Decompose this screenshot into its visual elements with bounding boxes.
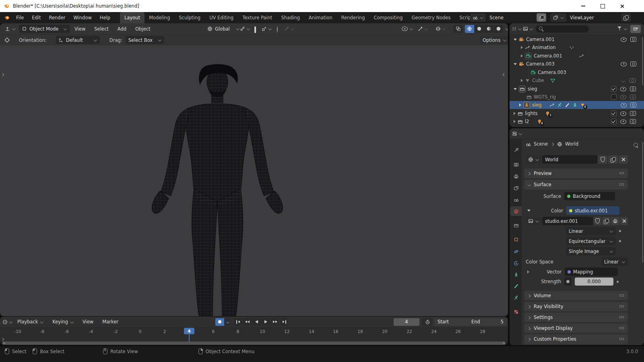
orientation-setting-dropdown[interactable]: Default xyxy=(56,36,100,44)
vector-expand-icon[interactable] xyxy=(527,270,529,274)
overlays-dropdown[interactable] xyxy=(436,26,446,31)
maximize-button[interactable] xyxy=(593,0,612,12)
strength-value-field[interactable]: 0.000 xyxy=(575,278,613,286)
hide-eye-icon[interactable] xyxy=(620,111,626,116)
color-expand-icon[interactable] xyxy=(527,210,530,212)
snap-magnet-icon[interactable] xyxy=(254,27,256,32)
menu-help[interactable]: Help xyxy=(96,12,114,23)
panel-volume[interactable]: Volume xyxy=(524,291,628,300)
tab-object[interactable] xyxy=(510,234,522,244)
tab-sculpting[interactable]: Sculpting xyxy=(174,12,205,23)
collapse-icon[interactable] xyxy=(514,88,517,90)
render-visibility-icon[interactable] xyxy=(630,119,636,124)
tab-shading[interactable]: Shading xyxy=(277,12,304,23)
close-button[interactable] xyxy=(613,0,631,12)
shading-solid-button[interactable] xyxy=(475,25,484,33)
play-button[interactable] xyxy=(262,318,270,326)
render-visibility-icon[interactable] xyxy=(630,62,636,66)
panel-viewport-display[interactable]: Viewport Display xyxy=(524,323,628,333)
tab-output[interactable] xyxy=(510,171,522,181)
image-unlink-button[interactable] xyxy=(620,217,628,225)
animate-dot-icon[interactable] xyxy=(617,281,619,283)
panel-ray-visibility[interactable]: Ray Visibility xyxy=(524,302,628,311)
image-copy-button[interactable] xyxy=(602,217,610,225)
tab-modeling[interactable]: Modeling xyxy=(144,12,174,23)
hide-eye-icon[interactable] xyxy=(620,87,626,91)
world-fake-user-button[interactable] xyxy=(598,155,607,164)
panel-surface[interactable]: Surface xyxy=(524,180,628,189)
menu-object[interactable]: Object xyxy=(131,23,154,34)
transform-orientation-dropdown[interactable]: Global xyxy=(204,25,242,33)
viewport-canvas[interactable] xyxy=(0,45,508,316)
tab-geometry-nodes[interactable]: Geometry Nodes xyxy=(407,12,455,23)
tab-bone[interactable] xyxy=(510,281,522,291)
render-disabled-icon[interactable] xyxy=(630,78,636,83)
image-fake-user-button[interactable] xyxy=(594,217,601,225)
tab-physics[interactable] xyxy=(510,247,522,256)
tab-texture-paint[interactable]: Texture Paint xyxy=(238,12,277,23)
outliner-row-sieg-collection[interactable]: sieg xyxy=(510,85,644,93)
shading-dropdown[interactable] xyxy=(505,27,508,31)
snap-with-dropdown[interactable] xyxy=(262,26,272,31)
toolbar-expand-icon[interactable] xyxy=(1,73,4,76)
drag-handle-icon[interactable] xyxy=(619,294,625,297)
expand-icon[interactable] xyxy=(519,103,521,107)
color-link-button[interactable]: studio.exr.001 xyxy=(566,206,619,215)
drag-handle-icon[interactable] xyxy=(619,183,625,186)
world-copy-button[interactable] xyxy=(608,155,618,164)
interpolation-dropdown[interactable]: Linear xyxy=(566,227,616,235)
outliner-display-mode-dropdown[interactable] xyxy=(512,26,522,31)
scene-selector-icon[interactable] xyxy=(470,13,486,22)
hidden-eye-icon[interactable] xyxy=(621,79,626,82)
tab-world[interactable] xyxy=(510,206,522,216)
menu-view[interactable]: View xyxy=(70,23,89,34)
outliner-row-camera001[interactable]: Camera.001 xyxy=(510,35,644,43)
tab-rendering[interactable]: Rendering xyxy=(337,12,369,23)
drag-handle-icon[interactable] xyxy=(619,327,625,330)
timeline-editor-type-button[interactable] xyxy=(2,319,12,325)
tab-scene[interactable] xyxy=(510,195,522,204)
viewlayer-selector-icon[interactable] xyxy=(551,13,566,22)
row-label[interactable]: Camera.003 xyxy=(538,70,566,75)
image-pack-button[interactable] xyxy=(611,217,619,225)
row-label[interactable]: Animation xyxy=(532,45,556,50)
blender-menu-icon[interactable] xyxy=(4,14,10,21)
strength-socket-button[interactable] xyxy=(564,278,572,286)
panel-preview[interactable]: Preview xyxy=(524,169,628,178)
shading-wireframe-button[interactable] xyxy=(465,25,474,33)
outliner-scrollbar[interactable] xyxy=(642,37,643,85)
tab-view-layer[interactable] xyxy=(510,183,522,193)
menu-keying[interactable]: Keying xyxy=(48,317,78,327)
properties-scrollbar[interactable] xyxy=(642,142,643,263)
timeline-ruler[interactable]: -10 -8 -6 -4 -2 0 2 4 6 8 10 12 14 16 18… xyxy=(0,327,508,337)
new-collection-button[interactable] xyxy=(630,25,641,33)
timeline-channel-band[interactable] xyxy=(0,336,508,341)
row-label[interactable]: l2 xyxy=(525,119,529,124)
drag-handle-icon[interactable] xyxy=(619,172,625,175)
animate-dot-icon[interactable] xyxy=(619,240,621,242)
tab-collection[interactable] xyxy=(510,220,522,230)
row-label[interactable]: lights xyxy=(525,111,537,116)
pin-icon[interactable] xyxy=(634,143,638,147)
playhead-frame-label[interactable]: 4 xyxy=(184,328,194,334)
world-name-field[interactable]: World xyxy=(542,155,597,164)
outliner-row-animation[interactable]: Animation xyxy=(510,43,644,51)
expand-icon[interactable] xyxy=(521,46,523,49)
auto-keying-dropdown[interactable] xyxy=(225,318,230,326)
row-label[interactable]: sieg xyxy=(528,86,537,92)
proportional-falloff-dropdown[interactable] xyxy=(284,26,294,31)
properties-editor-type-button[interactable] xyxy=(512,131,522,136)
tab-texture[interactable] xyxy=(510,307,522,317)
drag-setting-dropdown[interactable]: Select Box xyxy=(126,36,164,44)
render-visibility-icon[interactable] xyxy=(630,103,636,107)
viewlayer-copy-button[interactable] xyxy=(621,13,631,22)
outliner-row-camera003-data[interactable]: Camera.003 xyxy=(510,68,644,76)
menu-add[interactable]: Add xyxy=(114,23,130,34)
viewlayer-name-field[interactable]: ViewLayer xyxy=(567,13,620,22)
outliner-row-camera001-data[interactable]: Camera.001 xyxy=(510,52,644,60)
collapse-icon[interactable] xyxy=(514,63,517,65)
breadcrumb-world[interactable]: World xyxy=(565,141,578,147)
tab-render[interactable] xyxy=(510,160,522,169)
collection-checkbox[interactable] xyxy=(611,119,617,124)
outliner-row-wgts-rig[interactable]: WGTS_rig xyxy=(510,93,644,101)
